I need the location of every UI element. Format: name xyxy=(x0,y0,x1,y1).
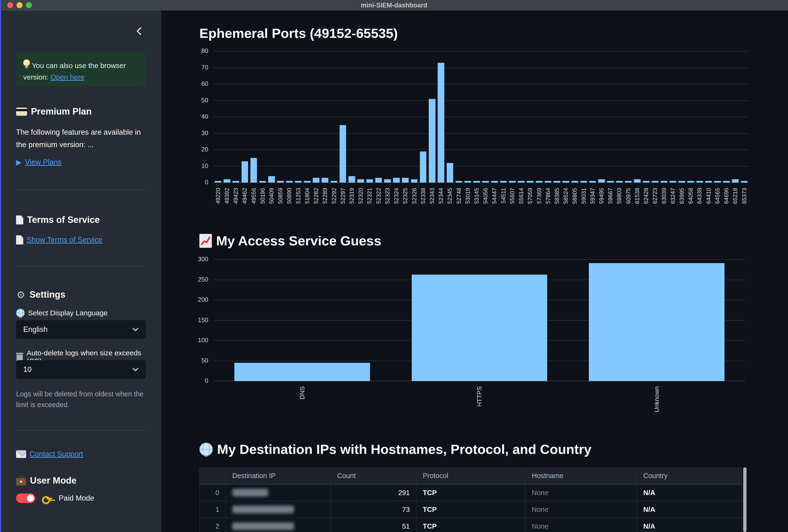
x-axis-tick-label: 59031 xyxy=(580,188,587,204)
bar-52282 xyxy=(313,178,319,183)
globe-icon xyxy=(199,442,213,456)
window-focus-border xyxy=(0,0,1,532)
protocol-value: TCP xyxy=(416,501,526,518)
x-axis-tick-label: 52748 xyxy=(456,188,462,204)
column-header-Country[interactable]: Country xyxy=(637,467,742,485)
x-axis-tick-label: 62723 xyxy=(652,188,658,204)
browser-version-info-box: You can also use the browser version: Op… xyxy=(16,52,146,86)
bar-62723 xyxy=(652,181,658,183)
x-axis-tick-label: 64410 xyxy=(705,188,712,204)
column-header-Count[interactable]: Count xyxy=(331,467,416,485)
maximize-window-button[interactable] xyxy=(26,2,32,8)
bar-49462 xyxy=(241,161,248,183)
bar-50409 xyxy=(268,176,275,183)
bar-52319 xyxy=(349,176,355,183)
hostname-value: None xyxy=(526,485,637,501)
autodelete-select[interactable]: 10 xyxy=(16,360,146,379)
bar-50859 xyxy=(277,181,284,183)
bar-59667 xyxy=(607,181,614,183)
language-select[interactable]: English xyxy=(16,320,146,339)
bar-54511 xyxy=(500,181,507,183)
contact-support-link[interactable]: Contact Support xyxy=(16,450,146,458)
gridline xyxy=(214,259,745,260)
bar-49556 xyxy=(251,158,257,183)
x-axis-tick-label: 59347 xyxy=(589,188,596,204)
open-here-link[interactable]: Open here xyxy=(50,73,84,81)
minimize-window-button[interactable] xyxy=(17,2,22,8)
y-axis-tick-label: 0 xyxy=(182,377,208,385)
x-axis-tick-label: 65373 xyxy=(741,188,748,204)
x-axis-tick-label: 50196 xyxy=(259,188,266,204)
bar-HTTPS xyxy=(412,275,547,381)
terms-of-service-heading: Terms of Service xyxy=(16,215,146,225)
x-axis-tick-label: 52322 xyxy=(375,188,382,204)
paid-mode-toggle[interactable] xyxy=(16,493,35,503)
x-axis-tick-label: 52321 xyxy=(366,188,373,204)
x-axis-tick-label: 64696 xyxy=(723,188,730,204)
gridline xyxy=(214,51,749,52)
gridline xyxy=(214,84,749,84)
x-axis-tick-label: 64565 xyxy=(714,188,721,204)
x-axis-tick-label: HTTPS xyxy=(476,386,483,407)
x-axis-tick-label: 52292 xyxy=(331,188,337,204)
column-header-Protocol[interactable]: Protocol xyxy=(416,467,526,485)
table-row: 173TCPNoneN/A xyxy=(199,501,742,518)
gridline xyxy=(214,166,749,166)
view-plans-link[interactable]: ▶ View Plans xyxy=(16,158,146,166)
autodelete-note: Logs will be deleted from oldest when th… xyxy=(16,389,146,410)
x-axis-tick-label: 52345 xyxy=(447,188,453,204)
x-axis-tick-label: 52289 xyxy=(322,188,328,204)
premium-plan-heading: Premium Plan xyxy=(16,106,146,117)
gridline xyxy=(214,150,749,150)
protocol-value: TCP xyxy=(416,518,526,532)
destination-ip-redacted xyxy=(226,501,331,518)
bar-64696 xyxy=(723,181,730,183)
divider xyxy=(16,266,146,266)
hostname-value: None xyxy=(526,501,637,518)
bar-52297 xyxy=(340,125,346,183)
row-index: 1 xyxy=(199,501,226,518)
bar-52748 xyxy=(456,181,462,183)
x-axis-tick-label: 61538 xyxy=(634,188,641,204)
bar-64410 xyxy=(705,181,712,183)
column-header-index[interactable] xyxy=(199,467,226,485)
gridline xyxy=(214,67,749,68)
bar-62428 xyxy=(643,181,649,183)
titlebar: mini-SIEM-dashboard xyxy=(0,0,788,11)
table-scrollbar[interactable] xyxy=(743,467,747,532)
country-value: N/A xyxy=(637,518,742,532)
y-axis-tick-label: 200 xyxy=(182,296,208,303)
chart-increasing-icon xyxy=(199,234,212,248)
column-header-Hostname[interactable]: Hostname xyxy=(526,467,637,485)
bar-65373 xyxy=(741,181,748,183)
sidebar: You can also use the browser version: Op… xyxy=(0,11,161,532)
chevron-left-icon xyxy=(135,26,143,36)
bar-52343 xyxy=(429,99,435,183)
bar-58805 xyxy=(572,181,578,183)
bar-52321 xyxy=(367,179,373,183)
x-axis-tick-label: 52326 xyxy=(411,188,418,204)
y-axis-tick-label: 30 xyxy=(182,130,208,137)
x-axis-tick-label: 52343 xyxy=(429,188,435,204)
x-axis-tick-label: 63995 xyxy=(678,188,685,204)
sidebar-collapse-button[interactable] xyxy=(132,24,146,38)
bar-64565 xyxy=(714,181,721,183)
close-window-button[interactable] xyxy=(7,2,13,8)
gear-icon: ⚙ xyxy=(16,290,26,299)
x-axis-tick-label: 58385 xyxy=(554,188,560,204)
bar-57369 xyxy=(536,181,543,183)
bar-50196 xyxy=(259,181,266,183)
country-value: N/A xyxy=(637,501,742,518)
x-axis-tick-label: 52325 xyxy=(402,188,409,204)
x-axis-tick-label: 49556 xyxy=(251,188,257,204)
y-axis-tick-label: 20 xyxy=(182,146,208,153)
column-header-Destination IP[interactable]: Destination IP xyxy=(226,467,331,485)
bar-52338 xyxy=(420,152,427,183)
x-axis-tick-label: 62428 xyxy=(643,188,649,204)
globe-icon xyxy=(16,309,25,317)
bar-61538 xyxy=(634,179,641,183)
user-mode-heading: User Mode xyxy=(16,475,146,486)
x-axis-tick-label: 52319 xyxy=(349,188,355,204)
show-terms-link[interactable]: Show Terms of Service xyxy=(16,235,146,244)
x-axis-tick-label: 54056 xyxy=(482,188,489,204)
